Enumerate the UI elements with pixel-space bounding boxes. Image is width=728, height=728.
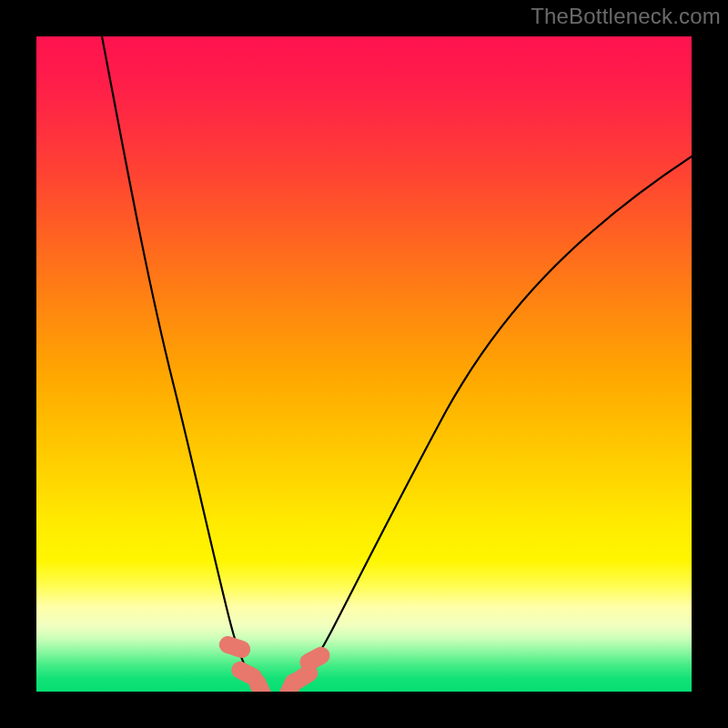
curve-marker (217, 634, 252, 660)
curve-left (102, 36, 262, 690)
curve-right (289, 157, 692, 690)
plot-area (36, 36, 692, 692)
bottleneck-curve (36, 36, 692, 692)
outer-frame: TheBottleneck.com (0, 0, 728, 728)
marker-group (217, 634, 332, 692)
watermark-label: TheBottleneck.com (531, 0, 721, 33)
